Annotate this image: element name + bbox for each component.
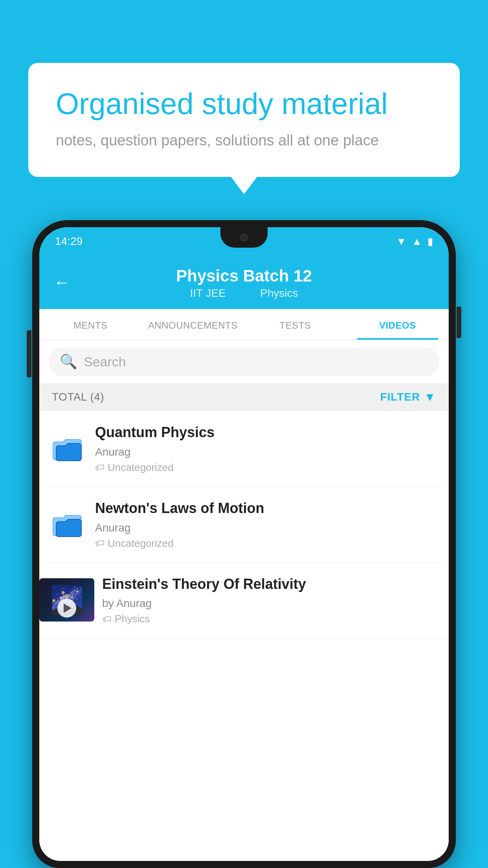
filter-bar: TOTAL (4) FILTER ▼: [39, 383, 449, 411]
back-button[interactable]: ←: [53, 274, 71, 291]
wifi-icon: ▼: [396, 235, 407, 248]
speech-bubble: Organised study material notes, question…: [28, 63, 460, 177]
video-thumbnail: [39, 578, 94, 622]
video-title: Newton's Laws of Motion: [95, 499, 438, 518]
phone-mockup: 14:29 ▼ ▲ ▮ ← Physics Batch 12 IIT JEE P…: [32, 220, 456, 868]
video-tag: 🏷 Uncategorized: [95, 537, 438, 550]
header-title: Physics Batch 12: [176, 267, 312, 285]
video-title: Quantum Physics: [95, 423, 438, 442]
folder-icon: [50, 507, 86, 542]
signal-icon: ▲: [412, 235, 422, 248]
tab-tests[interactable]: TESTS: [244, 309, 347, 340]
tab-announcements[interactable]: ANNOUNCEMENTS: [142, 309, 244, 340]
search-bar[interactable]: 🔍 Search: [49, 347, 439, 376]
speech-bubble-container: Organised study material notes, question…: [28, 63, 460, 177]
header-subtitle-iitjee: IIT JEE: [190, 287, 226, 299]
total-count: TOTAL (4): [52, 391, 104, 403]
search-placeholder: Search: [84, 354, 126, 370]
search-icon: 🔍: [60, 353, 77, 370]
phone-inner: 14:29 ▼ ▲ ▮ ← Physics Batch 12 IIT JEE P…: [39, 227, 449, 861]
video-info: Einstein's Theory Of Relativity by Anura…: [102, 575, 438, 625]
video-tag: 🏷 Uncategorized: [95, 462, 438, 474]
video-author: Anurag: [95, 446, 438, 458]
video-title: Einstein's Theory Of Relativity: [102, 575, 438, 594]
battery-icon: ▮: [427, 235, 433, 248]
app-content: ← Physics Batch 12 IIT JEE Physics MENTS…: [39, 256, 449, 861]
header-subtitle-physics: Physics: [260, 287, 298, 299]
video-list: Quantum Physics Anurag 🏷 Uncategorized: [39, 411, 449, 861]
tag-label: Uncategorized: [108, 537, 174, 550]
filter-button[interactable]: FILTER ▼: [380, 390, 436, 404]
tabs-container: MENTS ANNOUNCEMENTS TESTS VIDEOS: [39, 309, 449, 340]
bubble-subtitle: notes, question papers, solutions all at…: [56, 130, 432, 151]
camera-dot: [240, 234, 248, 241]
app-header: ← Physics Batch 12 IIT JEE Physics: [39, 256, 449, 309]
play-button[interactable]: [57, 599, 76, 618]
notch: [220, 227, 268, 248]
filter-label: FILTER: [380, 391, 420, 403]
video-info: Newton's Laws of Motion Anurag 🏷 Uncateg…: [95, 499, 438, 550]
tag-icon: 🏷: [95, 462, 105, 473]
video-author: by Anurag: [102, 597, 438, 610]
filter-icon: ▼: [424, 390, 436, 404]
tag-icon: 🏷: [95, 538, 105, 549]
bubble-title: Organised study material: [56, 86, 432, 121]
status-bar: 14:29 ▼ ▲ ▮: [39, 227, 449, 256]
header-subtitle: IIT JEE Physics: [183, 287, 304, 300]
video-author: Anurag: [95, 522, 438, 534]
search-container: 🔍 Search: [39, 340, 449, 383]
folder-icon: [50, 431, 86, 466]
video-tag: 🏷 Physics: [102, 613, 438, 625]
play-icon: [64, 603, 72, 613]
tab-ments[interactable]: MENTS: [39, 309, 142, 340]
video-info: Quantum Physics Anurag 🏷 Uncategorized: [95, 423, 438, 474]
list-item[interactable]: Einstein's Theory Of Relativity by Anura…: [39, 563, 449, 638]
list-item[interactable]: Newton's Laws of Motion Anurag 🏷 Uncateg…: [39, 487, 449, 563]
status-time: 14:29: [55, 235, 83, 248]
list-item[interactable]: Quantum Physics Anurag 🏷 Uncategorized: [39, 411, 449, 487]
tag-icon: 🏷: [102, 614, 112, 625]
phone-outer: 14:29 ▼ ▲ ▮ ← Physics Batch 12 IIT JEE P…: [32, 220, 456, 868]
status-icons: ▼ ▲ ▮: [396, 235, 433, 248]
tab-videos[interactable]: VIDEOS: [347, 309, 449, 340]
tag-label: Physics: [115, 613, 150, 625]
header-subtitle-sep: [242, 287, 248, 299]
tag-label: Uncategorized: [108, 462, 174, 474]
